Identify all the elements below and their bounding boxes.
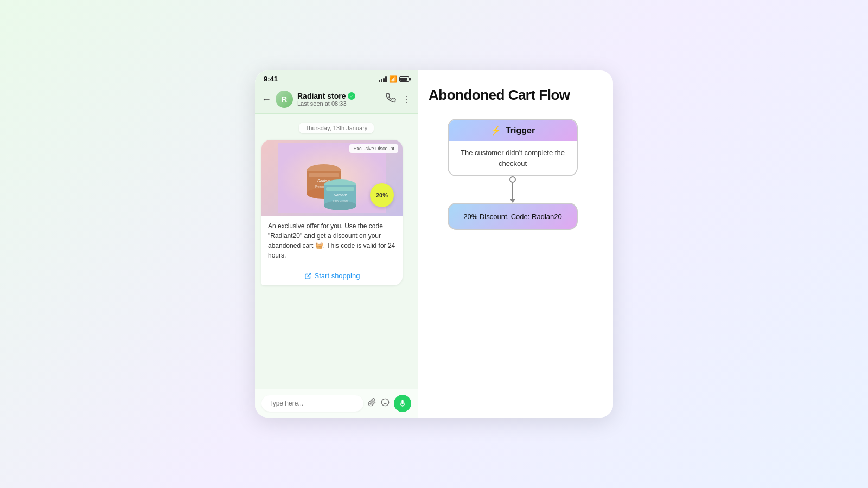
trigger-node-header: ⚡ Trigger — [449, 120, 577, 141]
status-bar: 9:41 📶 — [255, 70, 418, 86]
back-button[interactable]: ← — [261, 94, 271, 105]
input-bar — [255, 389, 418, 418]
start-shopping-label: Start shopping — [315, 272, 360, 280]
message-input[interactable] — [261, 395, 363, 412]
mic-icon — [399, 400, 406, 407]
store-name-row: Radiant store ✓ — [297, 92, 382, 100]
message-bubble: Exclusive Discount — [261, 140, 403, 285]
start-shopping-button[interactable]: Start shopping — [261, 266, 403, 285]
chat-body: Thursday, 13th January Exclusive Discoun… — [255, 114, 418, 389]
status-time: 9:41 — [264, 75, 278, 83]
date-label: Thursday, 13th January — [299, 123, 374, 133]
flow-panel: Abondoned Cart Flow ⚡ Trigger The custom… — [418, 70, 613, 418]
trigger-node: ⚡ Trigger The customer didn't complete t… — [448, 119, 578, 176]
store-name: Radiant store — [297, 92, 346, 100]
connector-arrow — [510, 199, 515, 203]
action-node: 20% Discount. Code: Radian20 — [448, 203, 578, 230]
attachment-icon[interactable] — [368, 398, 376, 409]
action-label: 20% Discount. Code: Radian20 — [463, 213, 561, 221]
wifi-icon: 📶 — [389, 75, 397, 83]
svg-text:Body Cream: Body Cream — [333, 199, 348, 202]
svg-line-13 — [307, 273, 310, 276]
discount-badge: 20% — [370, 183, 394, 207]
svg-rect-3 — [309, 173, 339, 177]
product-image-svg: Radiant Premium Care Radiant Body Cream — [278, 143, 386, 213]
trigger-description: The customer didn't complete the checkou… — [461, 149, 565, 168]
trigger-node-body: The customer didn't complete the checkou… — [449, 141, 577, 175]
product-image-area: Exclusive Discount — [261, 140, 403, 216]
flow-title: Abondoned Cart Flow — [429, 87, 597, 104]
start-shopping-link: Start shopping — [304, 272, 360, 280]
phone-panel: 9:41 📶 ← R Radiant store ✓ — [255, 70, 418, 418]
status-icons: 📶 — [379, 75, 409, 83]
connector-circle — [509, 176, 516, 183]
external-link-icon — [304, 272, 312, 280]
store-avatar: R — [276, 91, 293, 108]
svg-point-14 — [381, 399, 388, 406]
message-body: An exclusive offer for you. Use the code… — [268, 222, 395, 259]
date-divider: Thursday, 13th January — [261, 123, 411, 133]
chat-header: ← R Radiant store ✓ Last seen at 08:33 — [255, 86, 418, 114]
exclusive-tag: Exclusive Discount — [349, 144, 398, 153]
mic-button[interactable] — [394, 395, 411, 412]
lightning-icon: ⚡ — [490, 125, 501, 136]
emoji-icon[interactable] — [381, 398, 390, 409]
header-info: Radiant store ✓ Last seen at 08:33 — [297, 92, 382, 107]
call-icon[interactable] — [386, 93, 396, 105]
header-actions: ⋮ — [386, 93, 411, 105]
verified-badge: ✓ — [348, 92, 355, 100]
main-card: 9:41 📶 ← R Radiant store ✓ — [255, 70, 613, 418]
connector-line — [512, 183, 513, 199]
signal-icon — [379, 76, 387, 82]
menu-icon[interactable]: ⋮ — [403, 94, 411, 105]
svg-rect-9 — [326, 187, 354, 191]
trigger-label: Trigger — [506, 126, 535, 136]
flow-diagram: ⚡ Trigger The customer didn't complete t… — [429, 119, 597, 401]
battery-icon — [399, 76, 409, 82]
message-text: An exclusive offer for you. Use the code… — [261, 216, 403, 266]
last-seen: Last seen at 08:33 — [297, 100, 382, 107]
svg-text:Radiant: Radiant — [334, 193, 347, 197]
flow-connector — [509, 176, 516, 203]
